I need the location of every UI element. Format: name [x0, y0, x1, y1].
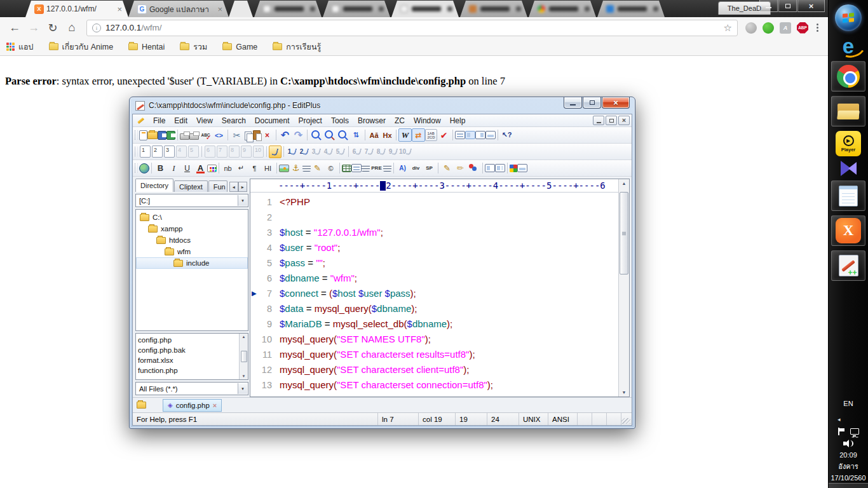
- user-tool-3-icon[interactable]: 3: [310, 145, 322, 158]
- delete-icon[interactable]: ×: [261, 128, 274, 142]
- code-line[interactable]: ▶7$connect = ($host $user $pass);: [250, 286, 629, 301]
- scroll-down-icon[interactable]: ▼: [622, 390, 627, 395]
- redo-icon[interactable]: ↷: [292, 128, 305, 142]
- network-icon[interactable]: [850, 428, 859, 435]
- paragraph-list-icon[interactable]: [351, 164, 362, 172]
- scroll-up-icon[interactable]: ▲: [242, 335, 246, 339]
- scrollbar-thumb[interactable]: [620, 192, 628, 274]
- document-6-icon[interactable]: 6: [205, 146, 215, 158]
- drive-selector[interactable]: [C:] ▼: [135, 194, 248, 207]
- taskbar-notepad[interactable]: [831, 180, 865, 211]
- bold-icon[interactable]: B: [154, 161, 167, 175]
- scroll-left-icon[interactable]: ◂: [229, 182, 238, 192]
- extension-globe-icon[interactable]: [745, 22, 757, 34]
- editplus-window-minimize-button[interactable]: [564, 97, 582, 109]
- find-icon[interactable]: [309, 128, 323, 142]
- code-line[interactable]: 11mysql_query("SET characterset results=…: [250, 347, 629, 362]
- frame-view-icon[interactable]: [517, 164, 527, 172]
- italic-icon[interactable]: I: [167, 161, 180, 175]
- new-file-icon[interactable]: [139, 130, 147, 140]
- document-tab-close-icon[interactable]: ×: [213, 402, 217, 409]
- resize-grip[interactable]: [621, 418, 630, 424]
- tree-item[interactable]: include: [136, 257, 248, 269]
- chevron-down-icon[interactable]: ▼: [238, 383, 247, 394]
- preformatted-icon[interactable]: PRE: [370, 161, 383, 175]
- print-preview-icon[interactable]: [180, 133, 189, 140]
- user-tool-5-icon[interactable]: 5: [334, 145, 346, 158]
- code-line[interactable]: 4$user = "root";: [250, 240, 629, 255]
- menu-project[interactable]: Project: [294, 116, 327, 125]
- bookmark-item[interactable]: เกี่ยวกับ Anime: [49, 41, 114, 53]
- user-tool-1-icon[interactable]: 1: [286, 145, 298, 158]
- user-tool-panel-icon[interactable]: [269, 146, 281, 158]
- font-tag-icon[interactable]: A): [396, 161, 409, 175]
- save-all-icon[interactable]: [166, 131, 175, 140]
- clock-time[interactable]: 20:09: [839, 451, 857, 459]
- tree-item[interactable]: C:\: [136, 212, 248, 223]
- code-line[interactable]: 10mysql_query("SET NAMES UTF8");: [250, 332, 629, 347]
- taskbar-start[interactable]: [835, 4, 862, 31]
- scroll-down-icon[interactable]: ▼: [242, 374, 246, 378]
- word-wrap-icon[interactable]: W: [398, 128, 412, 142]
- file-item[interactable]: config.php: [138, 335, 238, 345]
- editplus-window-maximize-button[interactable]: [583, 97, 601, 109]
- color-palette-icon[interactable]: [207, 165, 217, 172]
- span-tag-icon[interactable]: SP: [423, 161, 436, 175]
- mdi-maximize-button[interactable]: [606, 116, 617, 125]
- adblock-plus-icon[interactable]: ABP: [797, 22, 808, 34]
- sidebar-tab-cliptext[interactable]: Cliptext: [174, 180, 208, 192]
- taskbar-potplayer[interactable]: ▶Player: [836, 131, 861, 156]
- cut-icon[interactable]: ✂: [230, 128, 243, 142]
- editplus-window-close-button[interactable]: ×: [602, 97, 630, 109]
- color-dots-icon[interactable]: [467, 161, 480, 175]
- browser-tab[interactable]: [391, 1, 459, 17]
- tab-close-icon[interactable]: ×: [116, 4, 123, 14]
- tree-item[interactable]: wfm: [136, 246, 248, 257]
- browser-window-minimize-button[interactable]: [759, 0, 778, 12]
- menu-help[interactable]: Help: [445, 116, 470, 125]
- spell-check-icon[interactable]: ABC: [199, 128, 212, 142]
- document-tab[interactable]: ◈ config.php ×: [163, 399, 222, 412]
- show-whitespace-icon[interactable]: ⇄: [412, 128, 425, 142]
- sort-icon[interactable]: ⇅: [349, 128, 363, 142]
- open-file-icon[interactable]: [147, 132, 158, 139]
- browser-tab[interactable]: [460, 1, 527, 17]
- file-item[interactable]: function.php: [138, 365, 238, 376]
- tree-item[interactable]: xampp: [136, 223, 248, 234]
- show-cliptext-icon[interactable]: [475, 131, 485, 139]
- menu-search[interactable]: Search: [217, 116, 250, 125]
- scroll-right-icon[interactable]: ▸: [238, 182, 247, 192]
- font-color-icon[interactable]: A: [194, 161, 207, 175]
- document-1-icon[interactable]: 1: [140, 146, 151, 158]
- print-icon[interactable]: [189, 133, 199, 140]
- bookmark-item[interactable]: Game: [222, 43, 257, 51]
- extension-green-icon[interactable]: [763, 22, 774, 34]
- browser-tab[interactable]: [229, 1, 253, 17]
- vertical-scrollbar[interactable]: ▲ ▼: [618, 179, 629, 396]
- code-line[interactable]: 3$host = "127.0.0.1/wfm";: [250, 225, 629, 240]
- document-9-icon[interactable]: 9: [241, 146, 252, 158]
- undo-icon[interactable]: ↶: [278, 128, 292, 142]
- bookmark-item[interactable]: การเรียนรู้: [273, 41, 321, 53]
- show-output-icon[interactable]: [485, 131, 496, 139]
- mdi-close-button[interactable]: ×: [618, 116, 630, 125]
- taskbar-editplus[interactable]: [831, 250, 865, 281]
- clock-day[interactable]: อังคาร: [838, 461, 858, 472]
- highlight-pen-icon[interactable]: ✎: [311, 161, 324, 175]
- home-button[interactable]: ⌂: [64, 21, 80, 34]
- browser-tab[interactable]: X127.0.0.1/wfm/×: [25, 1, 128, 17]
- horizontal-rule-icon[interactable]: [302, 165, 311, 172]
- user-tool-9-icon[interactable]: 9: [387, 145, 399, 158]
- copy-icon[interactable]: [243, 130, 253, 140]
- document-4-icon[interactable]: 4: [176, 146, 187, 158]
- bookmark-item[interactable]: รวม: [180, 41, 207, 53]
- color-blocks-icon[interactable]: [510, 165, 517, 172]
- folder-icon[interactable]: [137, 402, 146, 409]
- tab-close-icon[interactable]: ×: [216, 4, 224, 14]
- mdi-minimize-button[interactable]: [593, 116, 604, 125]
- browser-tab[interactable]: GGoogle แปลภาษา×: [128, 1, 229, 17]
- browser-window-maximize-button[interactable]: [778, 0, 797, 12]
- view-in-browser-icon[interactable]: [139, 163, 149, 173]
- menu-edit[interactable]: Edit: [170, 116, 192, 125]
- user-tool-7-icon[interactable]: 7: [363, 145, 375, 158]
